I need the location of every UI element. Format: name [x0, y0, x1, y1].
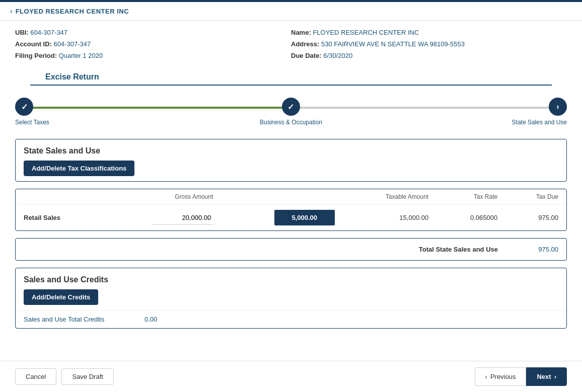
name-label: Name: [291, 29, 311, 36]
back-nav[interactable]: ‹ FLOYED RESEARCH CENTER INC [0, 2, 582, 21]
save-draft-button[interactable]: Save Draft [61, 368, 113, 385]
next-label: Next [537, 373, 551, 380]
step-business-occupation: ✓ Business & Occupation [199, 98, 383, 126]
retail-sales-card: Gross Amount Taxable Amount Tax Rate Tax… [15, 189, 567, 231]
filing-period-value: Quarter 1 2020 [59, 52, 103, 59]
col-taxdue-header: Tax Due [505, 189, 566, 205]
gross-amount-input[interactable] [153, 211, 213, 225]
step-2-circle: ✓ [282, 98, 300, 116]
col-name-header [16, 189, 100, 205]
previous-label: Previous [490, 373, 516, 380]
step-select-taxes: ✓ Select Taxes [15, 98, 199, 126]
step-1-label: Select Taxes [15, 119, 49, 126]
state-sales-title: State Sales and Use [24, 146, 558, 155]
col-taxable-header: Taxable Amount [343, 189, 437, 205]
row-gross-amount [100, 205, 221, 231]
filing-period-label: Filing Period: [15, 52, 57, 59]
back-nav-text: FLOYED RESEARCH CENTER INC [16, 8, 129, 15]
table-row: Retail Sales 15,000.00 0.065000 975.00 [16, 205, 566, 231]
back-icon: ‹ [10, 7, 13, 15]
credits-total-row: Sales and Use Total Credits 0.00 [16, 310, 566, 328]
due-date-label: Due Date: [291, 52, 322, 59]
col-gross-header: Gross Amount [100, 189, 221, 205]
due-date-value: 6/30/2020 [323, 52, 352, 59]
total-row: Total State Sales and Use 975.00 [16, 239, 566, 260]
deduction-input[interactable] [274, 210, 335, 225]
retail-sales-table: Gross Amount Taxable Amount Tax Rate Tax… [16, 189, 566, 230]
add-delete-credits-button[interactable]: Add/Delete Credits [24, 289, 98, 305]
total-card: Total State Sales and Use 975.00 [15, 238, 567, 261]
step-3-circle: › [549, 98, 567, 116]
state-sales-card: State Sales and Use Add/Delete Tax Class… [15, 139, 567, 182]
footer: Cancel Save Draft ‹ Previous Next › [0, 361, 582, 392]
footer-left: Cancel Save Draft [15, 368, 114, 385]
step-1-circle: ✓ [15, 98, 33, 116]
row-name: Retail Sales [16, 205, 100, 231]
credits-card: Sales and Use Credits Add/Delete Credits… [15, 268, 567, 329]
address-label: Address: [291, 40, 319, 48]
credits-total-label: Sales and Use Total Credits [24, 316, 124, 323]
header-info: UBI: 604-307-347 Name: FLOYED RESEARCH C… [0, 21, 582, 68]
next-button[interactable]: Next › [526, 367, 567, 386]
excise-return-title: Excise Return [30, 68, 552, 86]
row-tax-due: 975.00 [505, 205, 566, 231]
name-value: FLOYED RESEARCH CENTER INC [313, 29, 419, 36]
row-taxable-amount: 15,000.00 [343, 205, 437, 231]
credits-title: Sales and Use Credits [24, 275, 558, 284]
ubi-value: 604-307-347 [30, 29, 67, 36]
row-deduction [221, 205, 342, 231]
add-delete-classifications-button[interactable]: Add/Delete Tax Classifications [24, 161, 134, 176]
ubi-label: UBI: [15, 29, 29, 36]
row-tax-rate: 0.065000 [437, 205, 505, 231]
cancel-button[interactable]: Cancel [15, 368, 56, 385]
credits-header: Sales and Use Credits Add/Delete Credits [16, 268, 566, 310]
col-taxrate-header: Tax Rate [437, 189, 505, 205]
account-id-value: 604-307-347 [54, 40, 91, 48]
total-label: Total State Sales and Use [419, 246, 498, 253]
col-deduction-header [221, 189, 342, 205]
step-2-label: Business & Occupation [260, 119, 322, 126]
stepper: ✓ Select Taxes ✓ Business & Occupation ›… [0, 88, 582, 131]
address-value: 530 FAIRVIEW AVE N SEATTLE WA 98109-5553 [321, 40, 465, 48]
next-chevron-icon: › [554, 373, 556, 380]
prev-chevron-icon: ‹ [485, 373, 487, 380]
step-3-label: State Sales and Use [512, 119, 567, 126]
state-sales-header: State Sales and Use Add/Delete Tax Class… [16, 139, 566, 181]
previous-button[interactable]: ‹ Previous [475, 367, 527, 386]
footer-right: ‹ Previous Next › [475, 367, 567, 386]
account-id-label: Account ID: [15, 40, 52, 48]
total-value: 975.00 [518, 246, 558, 253]
main-content: State Sales and Use Add/Delete Tax Class… [0, 131, 582, 361]
credits-total-value: 0.00 [144, 316, 157, 323]
step-state-sales: › State Sales and Use [383, 98, 567, 126]
